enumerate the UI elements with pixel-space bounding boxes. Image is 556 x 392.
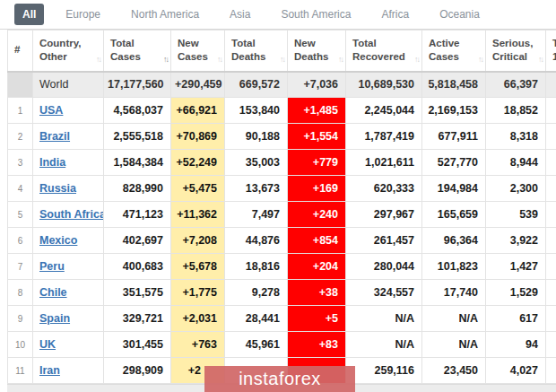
total-recovered-cell: 297,967	[346, 202, 422, 228]
tab-south-america[interactable]: South America	[272, 4, 360, 25]
active-cases-cell: 194,984	[422, 176, 486, 202]
new-deaths-cell: +83	[288, 332, 346, 358]
sort-icon: ↑↓	[163, 55, 168, 64]
total-recovered-cell: N/A	[346, 306, 422, 332]
column-header-active_cases[interactable]: ActiveCases↑↓	[422, 30, 486, 72]
cases-per-1m-cell	[546, 280, 556, 306]
new-deaths-cell: +240	[288, 202, 346, 228]
country-link[interactable]: Spain	[39, 312, 70, 325]
country-link[interactable]: South Africa	[39, 208, 104, 221]
country-link[interactable]: Peru	[39, 260, 65, 273]
country-link[interactable]: USA	[39, 104, 63, 117]
table-row: 6Mexico402,697+7,20844,876+854261,45796,…	[8, 228, 556, 254]
country-cell: UK	[33, 332, 104, 358]
tab-oceania[interactable]: Oceania	[430, 4, 489, 25]
new-cases-cell: +763	[171, 332, 225, 358]
rank-cell: 2	[8, 124, 33, 150]
total-cases-cell: 17,177,560	[104, 72, 171, 98]
total-cases-cell: 301,455	[104, 332, 171, 358]
cases-per-1m-cell	[546, 202, 556, 228]
total-deaths-cell: 28,441	[225, 306, 288, 332]
country-cell: Iran	[33, 358, 104, 384]
country-cell: Brazil	[33, 124, 104, 150]
new-cases-cell: +5,678	[171, 254, 225, 280]
serious-critical-cell: 66,397	[486, 72, 546, 98]
tab-europe[interactable]: Europe	[56, 4, 109, 25]
country-cell: World	[33, 72, 104, 98]
column-header-country[interactable]: Country,Other↑↓	[33, 30, 104, 72]
sort-icon: ↑↓	[280, 55, 284, 64]
serious-critical-cell: 18,852	[486, 98, 546, 124]
serious-critical-cell: 1,529	[486, 280, 546, 306]
country-link[interactable]: Russia	[39, 182, 76, 195]
active-cases-cell: 101,823	[422, 254, 486, 280]
total-deaths-cell: 90,188	[225, 124, 288, 150]
active-cases-cell: 23,450	[422, 358, 486, 384]
country-link[interactable]: UK	[39, 338, 56, 351]
total-cases-cell: 828,990	[104, 176, 171, 202]
serious-critical-cell: 4,027	[486, 358, 546, 384]
table-row: 8Chile351,575+1,7759,278+38324,55717,740…	[8, 280, 556, 306]
serious-critical-cell: 3,922	[486, 228, 546, 254]
total-deaths-cell: 44,876	[225, 228, 288, 254]
column-header-serious_critical[interactable]: Serious,Critical↑↓	[486, 30, 546, 72]
column-header-total_deaths[interactable]: TotalDeaths↑↓	[225, 30, 288, 72]
column-header-cases_per_1m[interactable]: Tot Cases/1M pop↑↓	[546, 30, 556, 72]
column-header-new_deaths[interactable]: NewDeaths↑↓	[288, 30, 346, 72]
new-deaths-cell: +779	[288, 150, 346, 176]
sort-icon: ↑↓	[478, 55, 482, 64]
covid-stats-table-wrap: #Country,Other↑↓TotalCases↑↓NewCases↑↓To…	[7, 30, 556, 384]
total-deaths-cell: 35,003	[225, 150, 288, 176]
total-cases-cell: 4,568,037	[104, 98, 171, 124]
country-link[interactable]: Brazil	[39, 130, 70, 143]
total-recovered-cell: 1,021,611	[346, 150, 422, 176]
tab-asia[interactable]: Asia	[221, 4, 259, 25]
total-deaths-cell: 7,497	[225, 202, 288, 228]
country-cell: Spain	[33, 306, 104, 332]
tab-africa[interactable]: Africa	[372, 4, 418, 25]
country-cell: Chile	[33, 280, 104, 306]
total-recovered-cell: 10,689,530	[346, 72, 422, 98]
sort-icon: ↑↓	[538, 55, 543, 64]
total-deaths-cell: 45,961	[225, 332, 288, 358]
column-label: Country,Other	[39, 37, 100, 65]
country-link[interactable]: Iran	[39, 364, 60, 377]
column-label: NewDeaths	[294, 37, 342, 65]
sort-icon: ↑↓	[217, 55, 222, 64]
cases-per-1m-cell	[546, 176, 556, 202]
new-cases-cell: +1,775	[171, 280, 225, 306]
rank-cell: 11	[8, 358, 33, 384]
new-deaths-cell: +38	[288, 280, 346, 306]
tab-north-america[interactable]: North America	[122, 4, 208, 25]
column-header-total_recovered[interactable]: TotalRecovered↑↓	[346, 30, 422, 72]
total-deaths-cell: 153,840	[225, 98, 288, 124]
country-link[interactable]: Mexico	[39, 234, 77, 247]
column-label: TotalCases	[110, 37, 167, 65]
active-cases-cell: 527,770	[422, 150, 486, 176]
total-recovered-cell: 324,557	[346, 280, 422, 306]
total-cases-cell: 329,721	[104, 306, 171, 332]
new-cases-cell: +52,249	[171, 150, 225, 176]
cases-per-1m-cell	[546, 254, 556, 280]
column-header-total_cases[interactable]: TotalCases↑↓	[104, 30, 171, 72]
country-link[interactable]: Chile	[39, 286, 67, 299]
total-deaths-cell: 18,816	[225, 254, 288, 280]
total-deaths-cell: 669,572	[225, 72, 288, 98]
country-cell: Peru	[33, 254, 104, 280]
column-header-new_cases[interactable]: NewCases↑↓	[171, 30, 225, 72]
cases-per-1m-cell	[546, 98, 556, 124]
country-link[interactable]: India	[39, 156, 65, 169]
table-row: 3India1,584,384+52,24935,003+7791,021,61…	[8, 150, 556, 176]
country-cell: USA	[33, 98, 104, 124]
new-cases-cell: +70,869	[171, 124, 225, 150]
rank-cell: 7	[8, 254, 33, 280]
total-cases-cell: 351,575	[104, 280, 171, 306]
new-deaths-cell: +1,554	[288, 124, 346, 150]
column-label: Tot Cases/1M pop	[552, 37, 556, 65]
tab-all[interactable]: All	[14, 4, 44, 25]
total-cases-cell: 400,683	[104, 254, 171, 280]
country-cell: Mexico	[33, 228, 104, 254]
total-recovered-cell: 261,457	[346, 228, 422, 254]
serious-critical-cell: 94	[486, 332, 546, 358]
serious-critical-cell: 8,318	[486, 124, 546, 150]
